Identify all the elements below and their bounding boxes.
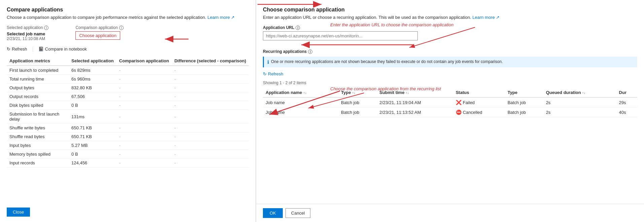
metric-selected: 0 B (69, 150, 116, 159)
app-name: Job name (263, 97, 338, 107)
metric-selected: 650.71 KB (69, 124, 116, 132)
app-url-info-icon[interactable]: i (296, 26, 300, 30)
comparison-app-label: Comparison application i (75, 25, 123, 30)
refresh-icon-right: ↻ (263, 71, 267, 76)
svg-line-1 (409, 27, 475, 47)
table-row: Output records 67,506 - - (7, 92, 249, 101)
metric-comparison: - (116, 124, 172, 132)
metric-comparison: - (116, 110, 172, 124)
app-queued: 2s (543, 107, 616, 117)
metric-name: Disk bytes spilled (7, 101, 69, 110)
list-item[interactable]: Job name Batch job 2/23/21, 11:13:52 AM … (263, 107, 637, 117)
selected-app-info-icon[interactable]: i (44, 26, 48, 30)
app-queued: 2s (543, 97, 616, 107)
app-submit-time: 2/23/21, 11:19:04 AM (377, 97, 453, 107)
recurring-label: Recurring applications i (263, 49, 637, 54)
metric-difference: - (172, 150, 249, 159)
metric-comparison: - (116, 141, 172, 150)
table-row: Total running time 6s 960ms - - (7, 75, 249, 84)
failed-icon: ❌ (456, 100, 462, 105)
sort-icon-type[interactable]: ↑↓ (352, 91, 355, 95)
recurring-refresh-button[interactable]: ↻ Refresh (263, 71, 637, 77)
compare-notebook-button[interactable]: 📓 Compare in notebook (38, 46, 87, 52)
metric-selected: 5.27 MB (69, 141, 116, 150)
right-panel-description: Enter an application URL or choose a rec… (263, 15, 637, 20)
sort-icon-queued[interactable]: ↑↓ (582, 91, 585, 95)
metric-comparison: - (116, 132, 172, 141)
metric-difference: - (172, 84, 249, 92)
metric-selected: 67,506 (69, 92, 116, 101)
metric-name: Shuffle read bytes (7, 132, 69, 141)
col-duration[interactable]: Dur (616, 88, 637, 97)
metric-difference: - (172, 92, 249, 101)
metric-comparison: - (116, 101, 172, 110)
metric-difference: - (172, 159, 249, 167)
selected-job-name: Selected job name (7, 31, 48, 36)
table-row: Shuffle write bytes 650.71 KB - - (7, 124, 249, 132)
col-comparison: Comparison application (116, 56, 172, 66)
comparison-app-info-icon[interactable]: i (119, 26, 124, 30)
metric-name: Total running time (7, 75, 69, 84)
app-type: Batch job (338, 97, 377, 107)
col-app-name[interactable]: Application name ↑↓ (263, 88, 338, 97)
metrics-table: Application metrics Selected application… (7, 56, 249, 167)
metric-comparison: - (116, 66, 172, 75)
metric-difference: - (172, 132, 249, 141)
learn-more-link-left[interactable]: Learn more ↗ (207, 15, 235, 20)
table-row: Input bytes 5.27 MB - - (7, 141, 249, 150)
metric-selected: 6s 960ms (69, 75, 116, 84)
selected-job-date: 2/23/21, 11:10:08 AM (7, 36, 48, 41)
col-status[interactable]: Status (453, 88, 505, 97)
metric-comparison: - (116, 75, 172, 84)
metric-difference: - (172, 110, 249, 124)
sort-icon-submit[interactable]: ↑↓ (406, 91, 409, 95)
metric-difference: - (172, 66, 249, 75)
table-row: Submission to first launch delay 131ms -… (7, 110, 249, 124)
metric-name: Memory bytes spilled (7, 150, 69, 159)
refresh-button[interactable]: ↻ Refresh (7, 46, 27, 52)
table-row: Output bytes 832.80 KB - - (7, 84, 249, 92)
refresh-icon: ↻ (7, 46, 10, 52)
metric-selected: 832.80 KB (69, 84, 116, 92)
app-type2: Batch job (505, 97, 543, 107)
annotation-recurring: Choose the comparison application from t… (330, 86, 441, 91)
annotation-url: Enter the application URL to choose the … (330, 22, 453, 27)
right-panel-title: Choose comparison application (263, 7, 637, 13)
metric-name: Submission to first launch delay (7, 110, 69, 124)
app-name: Job name (263, 107, 338, 117)
learn-more-link-right[interactable]: Learn more ↗ (472, 15, 500, 20)
metric-comparison: - (116, 159, 172, 167)
metric-selected: 6s 829ms (69, 66, 116, 75)
col-type2[interactable]: Type (505, 88, 543, 97)
app-status: ⛔ Cancelled (453, 107, 505, 117)
info-icon: ℹ (267, 59, 269, 65)
app-duration: 29s (616, 97, 637, 107)
notebook-icon: 📓 (38, 46, 44, 52)
recurring-info-icon[interactable]: i (308, 50, 312, 54)
list-item[interactable]: Job name Batch job 2/23/21, 11:19:04 AM … (263, 97, 637, 107)
sort-icon-name[interactable]: ↑↓ (303, 91, 307, 95)
metric-difference: - (172, 124, 249, 132)
cancel-button[interactable]: Cancel (285, 208, 310, 218)
app-duration: 40s (616, 107, 637, 117)
metric-name: Shuffle write bytes (7, 124, 69, 132)
app-type2: Batch job (505, 107, 543, 117)
bottom-buttons: OK Cancel (256, 204, 644, 222)
metric-name: Input records (7, 159, 69, 167)
left-panel-title: Compare applications (7, 7, 249, 13)
app-url-input[interactable] (263, 31, 418, 40)
col-queued[interactable]: Queued duration ↑↓ (543, 88, 616, 97)
metric-difference: - (172, 75, 249, 84)
metric-difference: - (172, 141, 249, 150)
toolbar-divider (33, 46, 33, 52)
metric-name: Input bytes (7, 141, 69, 150)
ok-button[interactable]: OK (263, 208, 283, 218)
close-button[interactable]: Close (7, 208, 30, 217)
metric-comparison: - (116, 92, 172, 101)
choose-application-button[interactable]: Choose application (75, 31, 120, 40)
metric-selected: 124,456 (69, 159, 116, 167)
metric-name: Output records (7, 92, 69, 101)
left-panel-description: Choose a comparison application to compa… (7, 15, 249, 20)
info-banner: ℹ One or more recurring applications are… (263, 57, 637, 67)
recurring-apps-table: Application name ↑↓ Type ↑↓ Submit time … (263, 88, 637, 117)
